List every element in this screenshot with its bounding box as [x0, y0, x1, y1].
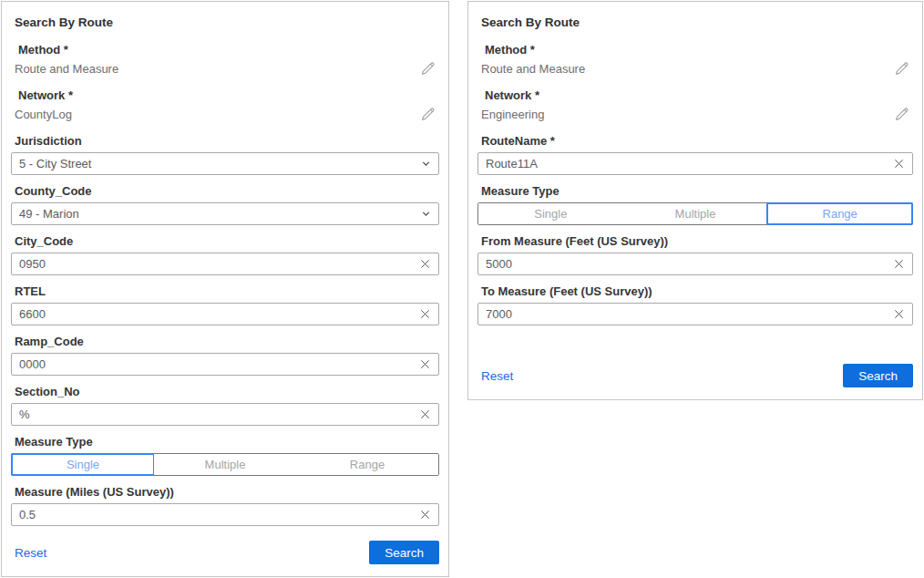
field-label: Jurisdiction	[15, 133, 436, 149]
field-label: To Measure (Feet (US Survey))	[481, 284, 909, 299]
field-value: Route and Measure	[15, 61, 118, 77]
pencil-icon[interactable]	[894, 107, 909, 122]
county-code-select[interactable]	[12, 207, 421, 221]
route-name-input[interactable]	[478, 157, 893, 170]
search-by-route-panel: Search By RouteMethod *Route and Measure…	[467, 1, 923, 400]
panel-footer: ResetSearch	[481, 364, 913, 389]
readonly-value-row: CountyLog	[15, 107, 436, 122]
from-measure-text-box	[477, 253, 913, 275]
field-value: CountyLog	[15, 107, 72, 122]
jurisdiction-select-box	[11, 152, 439, 175]
readonly-value-row: Engineering	[481, 107, 909, 122]
clear-icon[interactable]	[893, 308, 905, 320]
segment-single[interactable]: Single	[478, 203, 623, 224]
panel-footer: ResetSearch	[15, 541, 439, 566]
clear-icon[interactable]	[893, 158, 905, 170]
chevron-down-icon	[421, 209, 431, 219]
section-no-input[interactable]	[12, 408, 419, 421]
field-label: RouteName *	[481, 133, 909, 149]
clear-icon[interactable]	[893, 258, 905, 270]
readonly-field-method: Method *Route and Measure	[481, 42, 909, 77]
search-button[interactable]: Search	[369, 541, 439, 564]
field-label: City_Code	[15, 233, 436, 249]
reset-button[interactable]: Reset	[15, 546, 46, 560]
field-measure-type: Measure TypeSingleMultipleRange	[11, 434, 439, 476]
field-label: Network *	[18, 88, 432, 103]
measure-type-segmented-control: SingleMultipleRange	[477, 202, 913, 225]
segment-multiple[interactable]: Multiple	[154, 454, 296, 475]
ramp-code-input[interactable]	[12, 357, 419, 371]
measure-text-box	[11, 503, 439, 526]
field-label: Measure (Miles (US Survey))	[15, 484, 436, 500]
section-no-text-box	[11, 403, 439, 426]
measure-type-segmented-control: SingleMultipleRange	[11, 453, 439, 476]
search-button[interactable]: Search	[843, 364, 913, 387]
field-value: Route and Measure	[481, 61, 585, 77]
city-code-text-box	[11, 253, 439, 275]
rtel-text-box	[11, 303, 439, 325]
panel-title: Search By Route	[15, 15, 436, 31]
segment-range[interactable]: Range	[296, 454, 438, 475]
to-measure-text-box	[477, 303, 913, 325]
field-label: Network *	[485, 88, 906, 103]
jurisdiction-select[interactable]	[12, 157, 421, 170]
from-measure-input[interactable]	[478, 257, 893, 271]
pencil-icon[interactable]	[894, 61, 909, 77]
clear-icon[interactable]	[419, 258, 431, 270]
field-label: Measure Type	[481, 183, 909, 199]
field-measure: Measure (Miles (US Survey))	[11, 484, 439, 526]
field-label: Section_No	[15, 384, 436, 399]
field-from-measure: From Measure (Feet (US Survey))	[477, 233, 913, 275]
field-label: Method *	[485, 42, 906, 57]
clear-icon[interactable]	[419, 358, 431, 370]
pencil-icon[interactable]	[420, 107, 436, 122]
segment-single[interactable]: Single	[12, 454, 154, 475]
rtel-input[interactable]	[12, 307, 419, 321]
field-label: Ramp_Code	[15, 334, 436, 349]
chevron-down-icon	[421, 159, 431, 169]
measure-input[interactable]	[12, 508, 419, 521]
field-route-name: RouteName *	[477, 133, 913, 175]
field-value: Engineering	[481, 107, 544, 122]
clear-icon[interactable]	[419, 509, 431, 521]
field-rtel: RTEL	[11, 284, 439, 325]
field-county-code: County_Code	[11, 183, 439, 225]
field-jurisdiction: Jurisdiction	[11, 133, 439, 175]
field-city-code: City_Code	[11, 233, 439, 275]
field-to-measure: To Measure (Feet (US Survey))	[477, 284, 913, 325]
readonly-field-method: Method *Route and Measure	[15, 42, 436, 77]
readonly-value-row: Route and Measure	[15, 61, 436, 77]
city-code-input[interactable]	[12, 257, 419, 271]
search-by-route-panel: Search By RouteMethod *Route and Measure…	[1, 1, 449, 577]
segment-range[interactable]: Range	[767, 203, 912, 224]
route-name-text-box	[477, 152, 913, 175]
panel-title: Search By Route	[481, 15, 909, 31]
county-code-select-box	[11, 202, 439, 225]
segment-multiple[interactable]: Multiple	[623, 203, 768, 224]
reset-button[interactable]: Reset	[481, 369, 513, 383]
readonly-field-network: Network *Engineering	[481, 88, 909, 122]
field-label: RTEL	[15, 284, 436, 299]
clear-icon[interactable]	[419, 408, 431, 420]
ramp-code-text-box	[11, 353, 439, 376]
field-label: Measure Type	[15, 434, 436, 449]
field-label: Method *	[18, 42, 432, 57]
field-measure-type: Measure TypeSingleMultipleRange	[477, 183, 913, 225]
clear-icon[interactable]	[419, 308, 431, 320]
field-section-no: Section_No	[11, 384, 439, 426]
readonly-field-network: Network *CountyLog	[15, 88, 436, 122]
field-label: From Measure (Feet (US Survey))	[481, 233, 909, 249]
pencil-icon[interactable]	[420, 61, 436, 77]
to-measure-input[interactable]	[478, 307, 893, 321]
field-label: County_Code	[15, 183, 436, 199]
readonly-value-row: Route and Measure	[481, 61, 909, 77]
field-ramp-code: Ramp_Code	[11, 334, 439, 376]
